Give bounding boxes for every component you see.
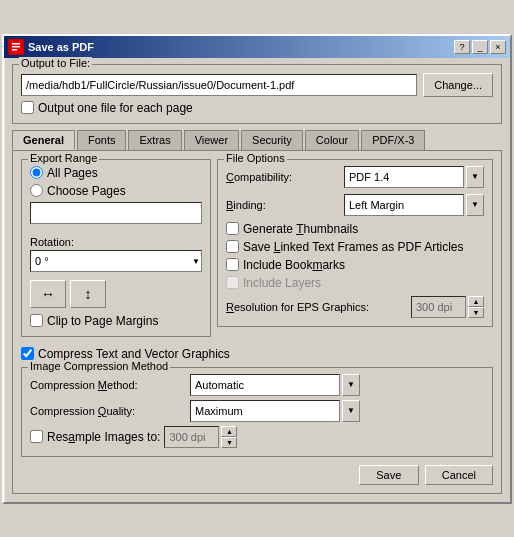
two-column-layout: Export Range All Pages Choose Pages Rota… <box>21 159 493 343</box>
thumbnails-checkbox[interactable] <box>226 222 239 235</box>
bookmarks-label: Include Bookmarks <box>243 258 345 272</box>
resample-spinner-input[interactable] <box>164 426 219 448</box>
content-area: Output to File: Change... Output one fil… <box>4 58 510 502</box>
compress-row: Compress Text and Vector Graphics <box>21 347 493 361</box>
layers-label: Include Layers <box>243 276 321 290</box>
clip-row: Clip to Page Margins <box>30 314 202 328</box>
rotate-right-button[interactable]: ↕ <box>70 280 106 308</box>
bookmarks-row: Include Bookmarks <box>226 258 484 272</box>
close-button[interactable]: × <box>490 40 506 54</box>
output-row: Change... <box>21 73 493 97</box>
compression-quality-dropdown-btn[interactable]: ▼ <box>342 400 360 422</box>
choose-pages-radio[interactable] <box>30 184 43 197</box>
compatibility-select-wrap: PDF 1.4 ▼ <box>344 166 484 188</box>
rotation-select[interactable]: 0 ° <box>30 250 202 272</box>
one-file-row: Output one file for each page <box>21 101 493 115</box>
compress-checkbox[interactable] <box>21 347 34 360</box>
file-options-label: File Options <box>224 152 287 164</box>
binding-select[interactable]: Left Margin <box>344 194 464 216</box>
resample-label: Resample Images to: <box>47 430 160 444</box>
choose-pages-label: Choose Pages <box>47 184 126 198</box>
rotation-label: Rotation: <box>30 236 202 248</box>
pages-range-input[interactable] <box>30 202 202 224</box>
output-file-label: Output to File: <box>19 57 92 69</box>
save-button[interactable]: Save <box>359 465 419 485</box>
title-buttons: ? _ × <box>454 40 506 54</box>
resolution-label: Resolution for EPS Graphics: <box>226 301 369 313</box>
linked-frames-label: Save Linked Text Frames as PDF Articles <box>243 240 464 254</box>
export-range-label: Export Range <box>28 152 99 164</box>
binding-label: Binding: <box>226 199 326 211</box>
change-button[interactable]: Change... <box>423 73 493 97</box>
linked-frames-checkbox[interactable] <box>226 240 239 253</box>
resample-checkbox[interactable] <box>30 430 43 443</box>
resolution-row: Resolution for EPS Graphics: ▲ ▼ <box>226 296 484 318</box>
compression-quality-label: Compression Quality: <box>30 405 190 417</box>
compression-quality-select-wrap: Maximum ▼ <box>190 400 360 422</box>
help-button[interactable]: ? <box>454 40 470 54</box>
bottom-section: Compress Text and Vector Graphics Image … <box>21 347 493 485</box>
compatibility-dropdown-btn[interactable]: ▼ <box>466 166 484 188</box>
compression-method-dropdown-btn[interactable]: ▼ <box>342 374 360 396</box>
title-bar-left: Save as PDF <box>8 39 94 55</box>
thumbnails-row: Generate Thumbnails <box>226 222 484 236</box>
resample-up-button[interactable]: ▲ <box>221 426 237 437</box>
tab-colour[interactable]: Colour <box>305 130 359 150</box>
binding-dropdown-btn[interactable]: ▼ <box>466 194 484 216</box>
rotate-left-icon: ↔ <box>41 286 55 302</box>
output-file-group: Output to File: Change... Output one fil… <box>12 64 502 124</box>
file-path-input[interactable] <box>21 74 417 96</box>
export-range-group: Export Range All Pages Choose Pages Rota… <box>21 159 211 337</box>
tabs-bar: General Fonts Extras Viewer Security Col… <box>12 130 502 151</box>
resolution-up-button[interactable]: ▲ <box>468 296 484 307</box>
compress-label: Compress Text and Vector Graphics <box>38 347 230 361</box>
tab-security[interactable]: Security <box>241 130 303 150</box>
compatibility-select[interactable]: PDF 1.4 <box>344 166 464 188</box>
binding-select-wrap: Left Margin ▼ <box>344 194 484 216</box>
minimize-button[interactable]: _ <box>472 40 488 54</box>
image-compression-group: Image Compression Method Compression Met… <box>21 367 493 457</box>
title-bar: Save as PDF ? _ × <box>4 36 510 58</box>
thumbnails-label: Generate Thumbnails <box>243 222 358 236</box>
right-column: File Options Compatibility: PDF 1.4 ▼ <box>217 159 493 343</box>
left-column: Export Range All Pages Choose Pages Rota… <box>21 159 211 343</box>
resample-down-button[interactable]: ▼ <box>221 437 237 448</box>
resolution-down-button[interactable]: ▼ <box>468 307 484 318</box>
cancel-button[interactable]: Cancel <box>425 465 493 485</box>
clip-label: Clip to Page Margins <box>47 314 158 328</box>
resolution-spinner-input[interactable] <box>411 296 466 318</box>
clip-checkbox[interactable] <box>30 314 43 327</box>
compression-method-row: Compression Method: Automatic ▼ <box>30 374 484 396</box>
rotate-left-button[interactable]: ↔ <box>30 280 66 308</box>
file-options-group: File Options Compatibility: PDF 1.4 ▼ <box>217 159 493 327</box>
main-window: Save as PDF ? _ × Output to File: Change… <box>2 34 512 504</box>
compatibility-label-rest: ompatibility: <box>234 171 292 183</box>
window-title: Save as PDF <box>28 41 94 53</box>
compression-method-label: Compression Method: <box>30 379 190 391</box>
one-file-label: Output one file for each page <box>38 101 193 115</box>
all-pages-radio[interactable] <box>30 166 43 179</box>
tab-fonts[interactable]: Fonts <box>77 130 127 150</box>
all-pages-row: All Pages <box>30 166 202 180</box>
resolution-spinner-wrap: ▲ ▼ <box>411 296 484 318</box>
svg-rect-3 <box>12 49 17 51</box>
bookmarks-checkbox[interactable] <box>226 258 239 271</box>
tab-extras[interactable]: Extras <box>128 130 181 150</box>
resample-row: Resample Images to: ▲ ▼ <box>30 426 484 448</box>
tab-pdfx3[interactable]: PDF/X-3 <box>361 130 425 150</box>
tab-viewer[interactable]: Viewer <box>184 130 239 150</box>
compression-quality-select[interactable]: Maximum <box>190 400 340 422</box>
compression-method-select[interactable]: Automatic <box>190 374 340 396</box>
layers-row: Include Layers <box>226 276 484 290</box>
one-file-checkbox[interactable] <box>21 101 34 114</box>
compression-method-select-wrap: Automatic ▼ <box>190 374 360 396</box>
tab-general[interactable]: General <box>12 130 75 150</box>
image-compression-group-label: Image Compression Method <box>28 360 170 372</box>
svg-rect-2 <box>12 46 20 48</box>
svg-rect-1 <box>12 43 20 45</box>
action-buttons: Save Cancel <box>21 465 493 485</box>
resample-spinner-buttons: ▲ ▼ <box>221 426 237 448</box>
rotate-right-icon: ↕ <box>85 286 92 302</box>
layers-checkbox[interactable] <box>226 276 239 289</box>
resolution-spinner-buttons: ▲ ▼ <box>468 296 484 318</box>
